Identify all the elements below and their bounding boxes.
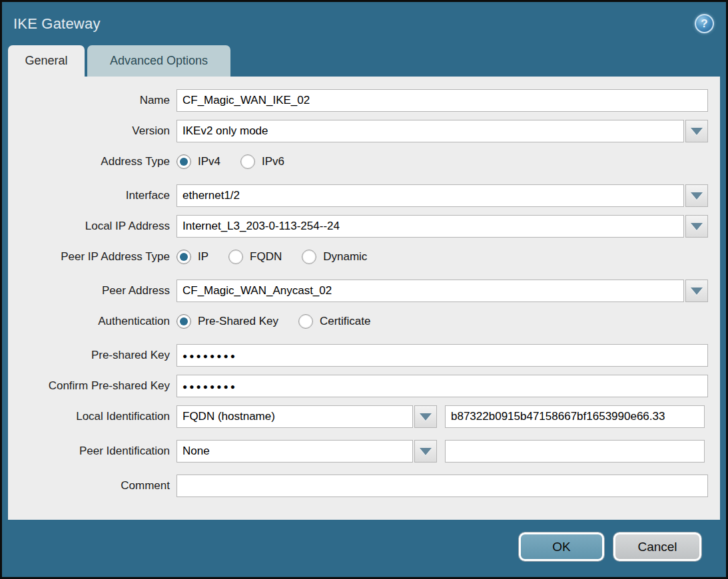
peer-identification-value-input[interactable] <box>445 440 705 463</box>
ok-button[interactable]: OK <box>519 532 604 561</box>
peer-identification-label: Peer Identification <box>8 445 170 458</box>
radio-pre-shared-key[interactable]: Pre-Shared Key <box>177 314 278 329</box>
radio-peer-fqdn-label: FQDN <box>250 250 282 264</box>
comment-label: Comment <box>8 479 170 492</box>
form-row-peer-identification: Peer Identification <box>8 440 720 463</box>
title-bar: IKE Gateway ? <box>2 2 726 45</box>
local-identification-dropdown-button[interactable] <box>414 405 437 428</box>
local-ip-select[interactable] <box>177 215 684 238</box>
chevron-down-icon <box>420 448 432 455</box>
form-row-version: Version <box>8 120 720 142</box>
form-row-local-identification: Local Identification <box>8 405 720 428</box>
cancel-button[interactable]: Cancel <box>613 532 701 561</box>
preshared-key-input[interactable] <box>177 344 708 367</box>
local-ip-dropdown-button[interactable] <box>685 215 708 238</box>
chevron-down-icon <box>691 128 703 135</box>
radio-peer-dynamic-label: Dynamic <box>323 250 367 264</box>
tab-bar: General Advanced Options <box>8 45 726 77</box>
form-row-authentication: Authentication Pre-Shared Key Certificat… <box>8 310 720 333</box>
radio-certificate[interactable]: Certificate <box>298 314 371 329</box>
chevron-down-icon <box>691 192 703 200</box>
preshared-key-label: Pre-shared Key <box>8 349 170 362</box>
radio-ipv4-label: IPv4 <box>198 155 220 168</box>
form-row-peer-address: Peer Address <box>8 280 720 302</box>
local-identification-type-select[interactable] <box>177 405 413 428</box>
peer-address-dropdown-button[interactable] <box>685 280 708 302</box>
radio-pre-shared-key-control[interactable] <box>177 314 191 329</box>
local-identification-label: Local Identification <box>8 410 170 423</box>
local-ip-label: Local IP Address <box>8 220 170 233</box>
radio-ipv6-label: IPv6 <box>262 155 284 168</box>
radio-pre-shared-key-label: Pre-Shared Key <box>198 315 278 328</box>
radio-peer-dynamic[interactable]: Dynamic <box>302 250 367 264</box>
radio-peer-ip[interactable]: IP <box>177 250 208 264</box>
radio-ipv6-control[interactable] <box>240 154 255 169</box>
authentication-label: Authentication <box>8 315 170 328</box>
local-identification-value-input[interactable] <box>445 405 705 428</box>
tab-advanced-options[interactable]: Advanced Options <box>87 45 230 77</box>
form-row-comment: Comment <box>8 475 720 497</box>
interface-label: Interface <box>8 189 170 202</box>
form-row-local-ip: Local IP Address <box>8 215 720 238</box>
form-row-preshared-key: Pre-shared Key <box>8 344 720 367</box>
general-tab-panel: Name Version Address Type IPv4 IPv6 <box>8 77 720 520</box>
radio-peer-ip-control[interactable] <box>177 250 191 264</box>
dialog-footer: OK Cancel <box>2 520 726 561</box>
chevron-down-icon <box>420 413 432 421</box>
form-row-peer-ip-type: Peer IP Address Type IP FQDN Dynamic <box>8 246 720 268</box>
radio-peer-ip-label: IP <box>198 250 208 264</box>
peer-address-select[interactable] <box>177 280 684 302</box>
address-type-label: Address Type <box>8 155 170 168</box>
interface-select[interactable] <box>177 184 684 207</box>
chevron-down-icon <box>691 288 703 295</box>
form-row-name: Name <box>8 89 720 112</box>
confirm-preshared-key-input[interactable] <box>177 375 708 397</box>
peer-ip-type-label: Peer IP Address Type <box>8 250 170 264</box>
radio-certificate-label: Certificate <box>320 315 371 328</box>
radio-peer-fqdn[interactable]: FQDN <box>228 250 282 264</box>
radio-ipv4-control[interactable] <box>177 154 191 169</box>
name-input[interactable] <box>177 89 708 112</box>
form-row-address-type: Address Type IPv4 IPv6 <box>8 150 720 173</box>
peer-identification-dropdown-button[interactable] <box>414 440 437 463</box>
version-dropdown-button[interactable] <box>685 120 708 142</box>
form-row-confirm-preshared-key: Confirm Pre-shared Key <box>8 375 720 397</box>
radio-certificate-control[interactable] <box>298 314 313 329</box>
radio-ipv4[interactable]: IPv4 <box>177 154 220 169</box>
interface-dropdown-button[interactable] <box>685 184 708 207</box>
confirm-preshared-key-label: Confirm Pre-shared Key <box>8 379 170 393</box>
help-icon[interactable]: ? <box>695 14 714 33</box>
name-label: Name <box>8 94 170 107</box>
radio-peer-dynamic-control[interactable] <box>302 250 316 264</box>
dialog-title: IKE Gateway <box>13 15 101 33</box>
chevron-down-icon <box>691 223 703 230</box>
comment-input[interactable] <box>177 475 708 497</box>
peer-address-label: Peer Address <box>8 284 170 297</box>
peer-identification-type-select[interactable] <box>177 440 413 463</box>
version-label: Version <box>8 124 170 138</box>
version-select[interactable] <box>177 120 684 142</box>
radio-peer-fqdn-control[interactable] <box>228 250 243 264</box>
form-row-interface: Interface <box>8 184 720 207</box>
ike-gateway-dialog: IKE Gateway ? General Advanced Options N… <box>0 0 728 579</box>
radio-ipv6[interactable]: IPv6 <box>240 154 284 169</box>
tab-general[interactable]: General <box>8 45 85 77</box>
